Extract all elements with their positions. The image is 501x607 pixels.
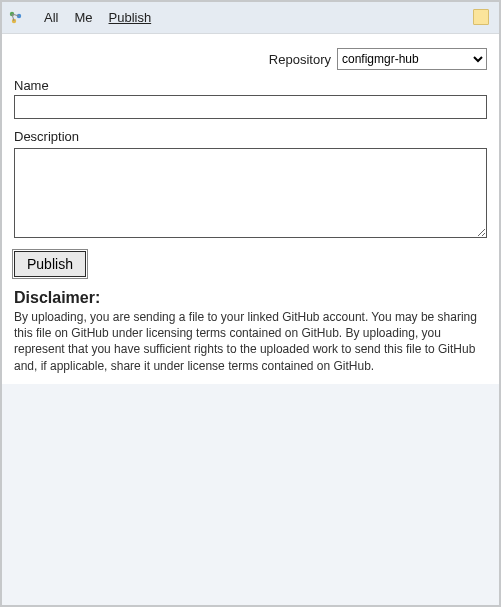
repository-select[interactable]: configmgr-hub <box>337 48 487 70</box>
description-label: Description <box>14 129 487 144</box>
publish-button[interactable]: Publish <box>14 251 86 277</box>
disclaimer-text: By uploading, you are sending a file to … <box>14 309 487 374</box>
name-input[interactable] <box>14 95 487 119</box>
empty-area <box>2 384 499 605</box>
toolbar: All Me Publish <box>2 2 499 34</box>
window: All Me Publish Repository configmgr-hub … <box>0 0 501 607</box>
hub-icon <box>8 10 24 26</box>
tab-publish[interactable]: Publish <box>109 8 152 27</box>
status-indicator[interactable] <box>473 9 489 25</box>
disclaimer-heading: Disclaimer: <box>14 289 487 307</box>
repository-row: Repository configmgr-hub <box>14 48 487 70</box>
description-input[interactable] <box>14 148 487 238</box>
tab-all[interactable]: All <box>44 8 58 27</box>
tab-me[interactable]: Me <box>74 8 92 27</box>
name-label: Name <box>14 78 487 93</box>
repository-label: Repository <box>269 52 331 67</box>
publish-form: Repository configmgr-hub Name Descriptio… <box>2 34 499 384</box>
